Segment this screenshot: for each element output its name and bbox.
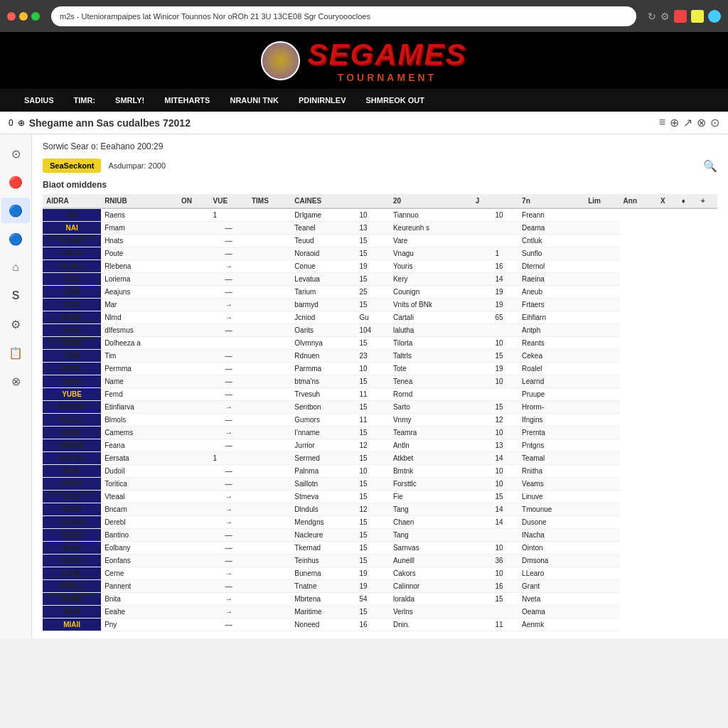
table-cell [178,580,210,593]
table-row[interactable]: WLIMBncarn→Dlnduls12Tang14Tmounue [43,503,717,516]
data-table: AIDRA RNIUB ON VUE TIMS CAINES 20 J 7n L… [43,194,717,631]
settings-icon[interactable]: ⚙ [660,11,670,22]
sidebar-item-3[interactable]: 🔵 [1,226,30,252]
table-row[interactable]: EARLCamems→I'nname15Teamra10Prernta [43,427,717,439]
table-cell: 15 [491,491,518,503]
table-cell: 15 [491,593,518,606]
table-row[interactable]: CALAPoute—Noraoid15Vnagu1Sunflo [43,247,717,260]
table-cell [472,503,492,516]
table-cell: 23 [355,350,390,363]
close-button[interactable] [7,12,16,21]
table-row[interactable]: MUEEREtinfiarva→Sentbon15Sarto15Hrorm- [43,401,717,414]
table-row[interactable]: MGLINEersata1Serrned15Atkbet14Teamal [43,452,717,465]
table-cell: Dternol [518,260,584,273]
table-row[interactable]: RMHISFeana—Jurrior12Antln13Pntgns [43,439,717,452]
sidebar-item-5[interactable]: S [1,283,30,309]
col-tims: TIMS [248,194,291,208]
table-cell [248,260,291,273]
table-row[interactable]: MILMDudoil—Palnma10Bmtnk10Rnitha [43,465,717,478]
table-cell [248,388,291,401]
table-cell: Forsttlc [390,478,472,491]
nav-smrly[interactable]: SMRLY! [105,89,154,112]
table-cell: — [210,324,248,337]
table-row[interactable]: MIAIIPny—Noneed16Dnin.11Aenmk [43,619,717,631]
table-row[interactable]: (mlmdIfesmus—Oarits104laluthaAntph [43,324,717,337]
nav-pdinirnlev[interactable]: PDINIRNLEV [289,89,356,112]
table-row[interactable]: RLALLBlmols—Gumors11Vnmy12Ifngins [43,414,717,427]
table-cell: Raens [101,208,178,222]
table-cell: RMHIS [43,439,101,452]
table-row[interactable]: MURENlmd→JcniodGuCartali65Eihfiarn [43,311,717,324]
refresh-icon[interactable]: ↻ [648,11,656,22]
sidebar-item-6[interactable]: ⚙ [1,311,30,337]
search-icon[interactable]: 🔍 [703,159,717,173]
table-row[interactable]: NAIFmam—Teanel13Keureunh sDeama [43,222,717,235]
table-row[interactable]: GAILLoriema—Levatua15Kery14Raeina [43,273,717,286]
table-row[interactable]: MIAUEolbany—Tkernad15Sarnvas10Ointon [43,542,717,555]
nav-nraunitnk[interactable]: NRAUNI TNK [220,89,288,112]
table-cell: — [210,388,248,401]
col-aidra: AIDRA [43,194,101,208]
sidebar-item-7[interactable]: 📋 [1,340,30,365]
bc-icon-4[interactable]: ⊗ [697,116,706,129]
table-cell [178,260,210,273]
table-cell: — [210,465,248,478]
nav-miteharts[interactable]: MITEHARTS [154,89,220,112]
bc-icon-3[interactable]: ↗ [683,116,692,129]
minimize-button[interactable] [19,12,28,21]
table-row[interactable]: NEAMBantino—Nacleure15TangINacha [43,529,717,542]
table-row[interactable]: SAIEAeajuns—Tarium25Counign19Aneub [43,286,717,299]
table-cell: 10 [491,337,518,350]
table-row[interactable]: ITHUTToritica—Saillotn15Forsttlc10Veams [43,478,717,491]
table-row[interactable]: LIAM.Cerne→Bunema19Cakors10LLearo [43,567,717,580]
table-row[interactable]: YUBEFemd—Trvesuh11RorndPruupe [43,388,717,401]
url-bar[interactable]: m2s - Uteniorampaipes lat Winicor Tounno… [51,6,636,26]
table-cell: Rnitha [518,465,584,478]
table-cell [472,247,492,260]
table-cell [472,567,492,580]
nav-timr[interactable]: TIMR: [64,89,106,112]
table-row[interactable]: CHIAMDerebl→Mendgns15Chaen14Dusone [43,516,717,529]
table-row[interactable]: INRaens1Drlgame10Tiannuo10Freann [43,208,717,222]
table-row[interactable]: SIOUVteaal→Stmeva15Fie15Linuve [43,491,717,503]
table-cell: — [210,580,248,593]
table-row[interactable]: RNALLPannent—Tnatne19Calinnor16Grant [43,580,717,593]
table-cell: Drlgame [291,208,355,222]
table-cell: Jcniod [291,311,355,324]
sidebar-item-8[interactable]: ⊗ [1,368,30,394]
sidebar-item-0[interactable]: ⊙ [1,141,30,166]
table-row[interactable]: MAMEeahe→Maritime15VerlnsOeama [43,606,717,619]
bc-icon-1[interactable]: ≡ [659,116,665,129]
table-row[interactable]: ULAMBnita→Mbrtena54loralda15Nveta [43,593,717,606]
filter-badge[interactable]: SeaSeckont [43,159,101,173]
table-cell [584,529,619,542]
table-cell: Fmam [101,222,178,235]
bc-icon-5[interactable]: ⊙ [710,116,719,129]
table-cell [472,465,492,478]
table-row[interactable]: CABMar→barmyd15Vnits of BNk19Frtaers [43,299,717,311]
table-cell: → [210,491,248,503]
table-row[interactable]: NLIRIEonfans—Teinhus15Auneill36Dmsona [43,555,717,567]
table-cell: Gumors [291,414,355,427]
maximize-button[interactable] [31,12,40,21]
sidebar-item-1[interactable]: 🔴 [1,169,30,195]
table-row[interactable]: GLALLRlebena→Conue19Youris16Dternol [43,260,717,273]
table-cell [178,478,210,491]
table-cell: Tmounue [518,503,584,516]
bc-icon-2[interactable]: ⊕ [670,116,679,129]
table-cell [248,235,291,247]
table-row[interactable]: MODLPermma—Parmma10Tote19Roalel [43,363,717,375]
sidebar-item-4[interactable]: ⌂ [1,255,30,280]
table-cell [210,337,248,350]
table-row[interactable]: VAARName—btma'ns15Tenea10Learnd [43,375,717,388]
table-row[interactable]: TUAITim—Rdnuen23Taltrls15Cekea [43,350,717,363]
nav-sadius[interactable]: SADIUS [14,89,64,112]
sidebar-item-2[interactable]: 🔵 [1,198,30,223]
nav-shmreokout[interactable]: SHMREOK OUT [356,89,435,112]
table-cell: → [210,401,248,414]
table-row[interactable]: TEAMDolheeza aOlvmnya15Tilorta10Reants [43,337,717,350]
table-cell: 15 [355,299,390,311]
table-row[interactable]: EVEMHnats—Teuud15VareCntluk [43,235,717,247]
table-cell [248,491,291,503]
table-cell [248,478,291,491]
